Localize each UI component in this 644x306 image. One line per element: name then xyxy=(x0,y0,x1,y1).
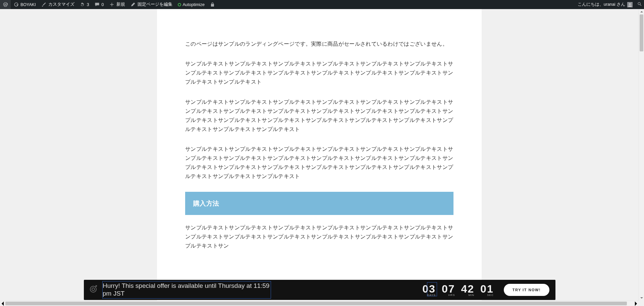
customize-link[interactable]: カスタマイズ xyxy=(39,0,77,9)
svg-point-1 xyxy=(638,2,640,5)
countdown-seconds: 01 SEC xyxy=(480,283,494,297)
pencil-icon xyxy=(130,2,136,7)
countdown-digits: 03 DAYS 07 HRS 42 MIN 01 SEC xyxy=(422,283,503,297)
wp-admin-bar: BOYAKI カスタマイズ 3 0 新規 xyxy=(0,0,644,9)
lock-link[interactable] xyxy=(207,0,218,9)
wordpress-icon xyxy=(3,2,8,7)
horizontal-scroll-track[interactable] xyxy=(5,301,633,306)
avatar-icon xyxy=(627,2,633,7)
wp-logo-menu[interactable] xyxy=(0,0,11,9)
vertical-scroll-thumb[interactable] xyxy=(640,14,643,51)
svg-point-0 xyxy=(629,3,631,5)
site-name-label: BOYAKI xyxy=(20,2,36,7)
countdown-days: 03 DAYS xyxy=(422,283,436,297)
lock-icon xyxy=(210,2,215,7)
new-content-link[interactable]: 新規 xyxy=(107,0,128,9)
edit-page-link[interactable]: 固定ページを編集 xyxy=(128,0,175,9)
sample-paragraph-4: サンプルテキストサンプルテキストサンプルテキストサンプルテキストサンプルテキスト… xyxy=(185,223,453,250)
site-name-link[interactable]: BOYAKI xyxy=(11,0,39,9)
customize-label: カスタマイズ xyxy=(48,2,74,7)
page-card: このページはサンプルのランディングページです。実際に商品がセールされているわけで… xyxy=(157,9,482,301)
search-icon xyxy=(637,2,642,7)
countdown-minutes-value: 42 xyxy=(461,283,474,294)
page-viewport: このページはサンプルのランディングページです。実際に商品がセールされているわけで… xyxy=(0,9,639,301)
countdown-hours: 07 HRS xyxy=(442,283,455,297)
countdown-message-line2: pm JST xyxy=(103,290,124,297)
adminbar-search[interactable] xyxy=(635,0,644,9)
intro-paragraph: このページはサンプルのランディングページです。実際に商品がセールされているわけで… xyxy=(185,39,453,48)
comment-icon xyxy=(95,2,100,7)
vertical-scrollbar[interactable] xyxy=(639,9,644,301)
autoptimize-label: Autoptimize xyxy=(183,2,205,7)
section-heading-purchase: 購入方法 xyxy=(185,192,453,215)
try-it-now-button[interactable]: TRY IT NOW! xyxy=(504,284,549,296)
comments-link[interactable]: 0 xyxy=(92,0,107,9)
scroll-right-arrow-icon[interactable] xyxy=(633,301,639,306)
scrollbar-corner xyxy=(639,301,644,306)
status-ok-icon xyxy=(178,3,181,6)
sample-paragraph-2: サンプルテキストサンプルテキストサンプルテキストサンプルテキストサンプルテキスト… xyxy=(185,97,453,134)
countdown-message[interactable]: Hurry! This special offer is available u… xyxy=(103,281,271,298)
scroll-up-arrow-icon[interactable] xyxy=(639,9,644,14)
countdown-minutes: 42 MIN xyxy=(461,283,474,297)
target-icon xyxy=(89,285,97,295)
svg-point-4 xyxy=(92,288,95,291)
countdown-seconds-value: 01 xyxy=(480,283,494,294)
sample-paragraph-1: サンプルテキストサンプルテキストサンプルテキストサンプルテキストサンプルテキスト… xyxy=(185,59,453,86)
greeting-label: こんにちは、uranai さん xyxy=(578,2,625,7)
updates-link[interactable]: 3 xyxy=(77,0,92,9)
dashboard-icon xyxy=(13,2,19,7)
sample-paragraph-3: サンプルテキストサンプルテキストサンプルテキストサンプルテキストサンプルテキスト… xyxy=(185,144,453,181)
refresh-icon xyxy=(80,2,85,7)
countdown-logo xyxy=(84,285,103,295)
account-menu[interactable]: こんにちは、uranai さん xyxy=(575,0,635,9)
updates-count: 3 xyxy=(87,2,89,7)
horizontal-scroll-thumb[interactable] xyxy=(5,302,627,305)
scroll-down-arrow-icon[interactable] xyxy=(639,295,644,301)
page-content: このページはサンプルのランディングページです。実際に商品がセールされているわけで… xyxy=(185,9,453,250)
countdown-message-line1: Hurry! This special offer is available u… xyxy=(103,282,269,289)
plus-icon xyxy=(109,2,115,7)
countdown-bar: Hurry! This special offer is available u… xyxy=(84,280,555,300)
svg-line-2 xyxy=(640,4,641,6)
countdown-hours-value: 07 xyxy=(442,283,455,294)
new-label: 新規 xyxy=(116,2,125,7)
vertical-scroll-track[interactable] xyxy=(639,14,644,295)
autoptimize-link[interactable]: Autoptimize xyxy=(175,0,207,9)
brush-icon xyxy=(41,2,47,7)
horizontal-scrollbar[interactable] xyxy=(0,301,639,306)
comments-count: 0 xyxy=(102,2,104,7)
countdown-days-value: 03 xyxy=(422,283,436,294)
edit-page-label: 固定ページを編集 xyxy=(138,2,172,7)
scroll-left-arrow-icon[interactable] xyxy=(0,301,5,306)
